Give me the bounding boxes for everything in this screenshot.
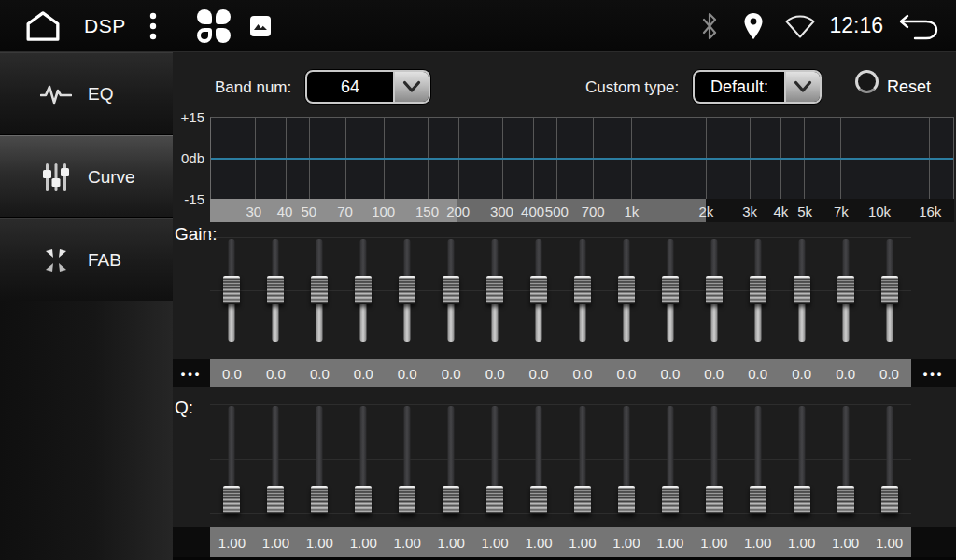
slider-thumb[interactable]	[530, 276, 547, 304]
gain-sliders	[210, 237, 911, 343]
band-slider[interactable]	[342, 404, 386, 514]
slider-thumb[interactable]	[267, 276, 284, 304]
slider-thumb[interactable]	[399, 276, 415, 304]
slider-thumb[interactable]	[443, 486, 459, 514]
slider-thumb[interactable]	[750, 276, 766, 304]
slider-thumb[interactable]	[223, 276, 240, 304]
apps-clover-icon[interactable]	[197, 9, 231, 43]
band-slider[interactable]	[298, 237, 342, 343]
slider-thumb[interactable]	[794, 276, 810, 304]
band-slider[interactable]	[692, 404, 736, 514]
sidebar-item-curve[interactable]: Curve	[0, 135, 173, 218]
freq-axis: 304050701001502003004005007001k2k3k4k5k7…	[210, 199, 954, 222]
scroll-left-button[interactable]: •••	[173, 359, 210, 387]
band-slider[interactable]	[823, 404, 867, 514]
band-slider[interactable]	[867, 237, 911, 343]
band-slider[interactable]	[648, 237, 692, 343]
band-slider[interactable]	[867, 404, 911, 514]
band-slider[interactable]	[648, 404, 692, 514]
freq-tick-label: 70	[337, 203, 353, 218]
slider-thumb[interactable]	[574, 486, 591, 514]
band-num-dropdown[interactable]: 64	[305, 70, 430, 104]
q-sliders	[210, 404, 911, 514]
band-value: 1.00	[823, 527, 867, 557]
freq-tick-label: 150	[415, 203, 439, 218]
kebab-menu-icon[interactable]	[147, 11, 160, 41]
band-slider[interactable]	[342, 237, 386, 343]
band-slider[interactable]	[736, 404, 780, 514]
slider-thumb[interactable]	[486, 486, 503, 514]
slider-thumb[interactable]	[311, 276, 328, 304]
slider-thumb[interactable]	[355, 486, 372, 514]
band-value: 1.00	[298, 527, 342, 557]
band-slider[interactable]	[736, 237, 780, 343]
band-slider[interactable]	[604, 237, 648, 343]
band-slider[interactable]	[254, 404, 298, 514]
photo-icon[interactable]	[249, 15, 272, 37]
slider-thumb[interactable]	[706, 276, 723, 304]
band-slider[interactable]	[517, 237, 561, 343]
band-slider[interactable]	[386, 404, 429, 514]
band-value: 0.0	[429, 359, 473, 387]
band-slider[interactable]	[604, 404, 648, 514]
location-icon	[743, 12, 764, 40]
band-slider[interactable]	[429, 404, 473, 514]
slider-thumb[interactable]	[311, 486, 328, 514]
band-slider[interactable]	[298, 404, 342, 514]
slider-thumb[interactable]	[574, 276, 591, 304]
band-value: 0.0	[517, 359, 561, 387]
band-slider[interactable]	[210, 404, 254, 514]
eq-curve-line	[211, 158, 953, 160]
slider-thumb[interactable]	[706, 486, 723, 514]
chevron-down-icon[interactable]	[393, 72, 429, 102]
band-value: 0.0	[561, 359, 605, 387]
slider-thumb[interactable]	[662, 486, 679, 514]
slider-thumb[interactable]	[486, 276, 503, 304]
chevron-down-icon[interactable]	[784, 72, 820, 102]
custom-type-dropdown[interactable]: Default:	[693, 70, 822, 104]
slider-thumb[interactable]	[794, 486, 810, 514]
band-slider[interactable]	[429, 237, 473, 343]
band-slider[interactable]	[823, 237, 867, 343]
home-icon[interactable]	[24, 10, 62, 42]
band-slider[interactable]	[780, 404, 823, 514]
slider-thumb[interactable]	[750, 486, 766, 514]
freq-tick-label: 7k	[834, 203, 849, 218]
clover-petal	[197, 28, 212, 43]
slider-thumb[interactable]	[881, 486, 898, 514]
slider-thumb[interactable]	[837, 486, 854, 514]
slider-thumb[interactable]	[267, 486, 284, 514]
band-slider[interactable]	[210, 237, 254, 343]
scroll-left-button	[173, 527, 210, 557]
sidebar-item-eq[interactable]: EQ	[0, 52, 173, 135]
slider-thumb[interactable]	[618, 276, 635, 304]
scroll-right-button[interactable]: •••	[911, 359, 956, 387]
band-slider[interactable]	[780, 237, 823, 343]
band-slider[interactable]	[473, 237, 517, 343]
slider-thumb[interactable]	[662, 276, 679, 304]
band-slider[interactable]	[561, 237, 605, 343]
slider-thumb[interactable]	[443, 276, 459, 304]
band-slider[interactable]	[254, 237, 298, 343]
slider-thumb[interactable]	[530, 486, 547, 514]
band-value: 1.00	[517, 527, 561, 557]
slider-thumb[interactable]	[355, 276, 372, 304]
custom-type-label: Custom type:	[585, 78, 679, 97]
band-slider[interactable]	[517, 404, 561, 514]
back-icon[interactable]	[898, 11, 939, 41]
band-slider[interactable]	[561, 404, 605, 514]
sidebar-item-fab[interactable]: FAB	[0, 218, 173, 301]
slider-thumb[interactable]	[881, 276, 898, 304]
slider-thumb[interactable]	[223, 486, 240, 514]
band-value: 1.00	[342, 527, 386, 557]
band-slider[interactable]	[473, 404, 517, 514]
slider-thumb[interactable]	[618, 486, 635, 514]
band-slider[interactable]	[386, 237, 429, 343]
band-slider[interactable]	[692, 237, 736, 343]
reset-radio[interactable]	[855, 70, 879, 93]
slider-thumb[interactable]	[399, 486, 415, 514]
slider-thumb[interactable]	[837, 276, 854, 304]
sidebar-item-label: FAB	[88, 250, 121, 271]
clover-petal	[216, 9, 231, 24]
dsp-screen: DSP	[0, 0, 956, 560]
